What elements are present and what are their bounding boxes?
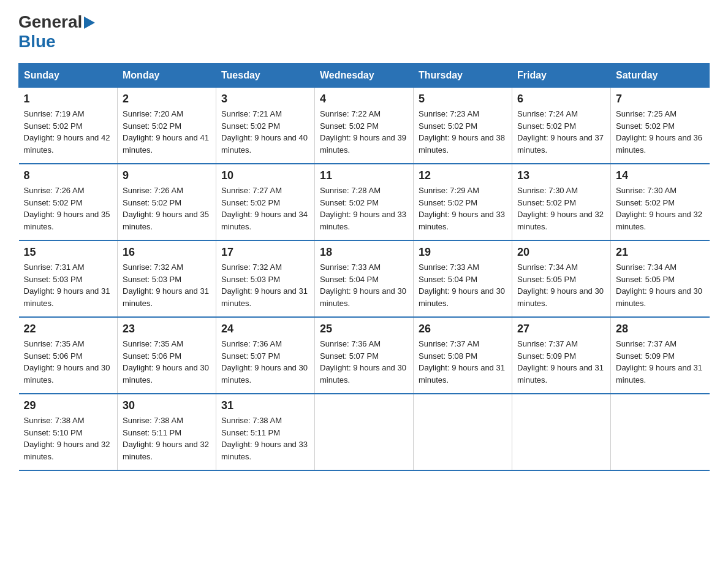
calendar-cell: 6Sunrise: 7:24 AMSunset: 5:02 PMDaylight…	[512, 88, 611, 164]
day-info: Sunrise: 7:36 AMSunset: 5:07 PMDaylight:…	[320, 338, 408, 386]
day-number: 2	[123, 93, 211, 105]
day-number: 24	[221, 323, 309, 335]
calendar-cell: 9Sunrise: 7:26 AMSunset: 5:02 PMDaylight…	[118, 164, 216, 240]
day-number: 21	[616, 246, 705, 259]
day-number: 10	[221, 169, 309, 182]
calendar-cell: 25Sunrise: 7:36 AMSunset: 5:07 PMDayligh…	[315, 317, 414, 394]
calendar-cell: 26Sunrise: 7:37 AMSunset: 5:08 PMDayligh…	[414, 317, 512, 394]
calendar-cell: 24Sunrise: 7:36 AMSunset: 5:07 PMDayligh…	[216, 317, 315, 394]
calendar-cell: 21Sunrise: 7:34 AMSunset: 5:05 PMDayligh…	[611, 240, 710, 317]
day-number: 19	[419, 246, 507, 259]
day-info: Sunrise: 7:19 AMSunset: 5:02 PMDaylight:…	[24, 108, 113, 156]
header-wednesday: Wednesday	[315, 64, 414, 88]
day-number: 17	[221, 246, 309, 259]
day-info: Sunrise: 7:22 AMSunset: 5:02 PMDaylight:…	[320, 108, 408, 156]
calendar-cell: 18Sunrise: 7:33 AMSunset: 5:04 PMDayligh…	[315, 240, 414, 317]
day-info: Sunrise: 7:30 AMSunset: 5:02 PMDaylight:…	[517, 185, 605, 232]
calendar-cell	[315, 394, 414, 470]
day-info: Sunrise: 7:23 AMSunset: 5:02 PMDaylight:…	[419, 108, 507, 156]
calendar-cell: 22Sunrise: 7:35 AMSunset: 5:06 PMDayligh…	[19, 317, 118, 394]
header-friday: Friday	[512, 64, 611, 88]
calendar-cell: 4Sunrise: 7:22 AMSunset: 5:02 PMDaylight…	[315, 88, 414, 164]
calendar-cell: 12Sunrise: 7:29 AMSunset: 5:02 PMDayligh…	[414, 164, 512, 240]
day-number: 5	[419, 93, 507, 105]
day-info: Sunrise: 7:26 AMSunset: 5:02 PMDaylight:…	[123, 185, 211, 232]
calendar-cell: 27Sunrise: 7:37 AMSunset: 5:09 PMDayligh…	[512, 317, 611, 394]
day-number: 27	[517, 323, 605, 335]
week-row-2: 8Sunrise: 7:26 AMSunset: 5:02 PMDaylight…	[19, 164, 710, 240]
calendar-header-row: SundayMondayTuesdayWednesdayThursdayFrid…	[19, 64, 710, 88]
calendar-cell: 29Sunrise: 7:38 AMSunset: 5:10 PMDayligh…	[19, 394, 118, 470]
day-info: Sunrise: 7:38 AMSunset: 5:11 PMDaylight:…	[221, 415, 309, 462]
day-number: 7	[616, 93, 705, 105]
day-number: 23	[123, 323, 211, 335]
day-info: Sunrise: 7:35 AMSunset: 5:06 PMDaylight:…	[24, 338, 113, 386]
header-sunday: Sunday	[19, 64, 118, 88]
day-number: 9	[123, 169, 211, 182]
calendar-cell	[611, 394, 710, 470]
header-monday: Monday	[118, 64, 216, 88]
calendar-cell: 3Sunrise: 7:21 AMSunset: 5:02 PMDaylight…	[216, 88, 315, 164]
day-info: Sunrise: 7:33 AMSunset: 5:04 PMDaylight:…	[419, 261, 507, 309]
day-info: Sunrise: 7:35 AMSunset: 5:06 PMDaylight:…	[123, 338, 211, 386]
calendar-table: SundayMondayTuesdayWednesdayThursdayFrid…	[18, 63, 710, 471]
calendar-cell: 31Sunrise: 7:38 AMSunset: 5:11 PMDayligh…	[216, 394, 315, 470]
day-info: Sunrise: 7:20 AMSunset: 5:02 PMDaylight:…	[123, 108, 211, 156]
day-number: 6	[517, 93, 605, 105]
calendar-cell: 13Sunrise: 7:30 AMSunset: 5:02 PMDayligh…	[512, 164, 611, 240]
calendar-cell	[512, 394, 611, 470]
day-info: Sunrise: 7:21 AMSunset: 5:02 PMDaylight:…	[221, 108, 309, 156]
day-number: 31	[221, 399, 309, 412]
calendar-cell: 11Sunrise: 7:28 AMSunset: 5:02 PMDayligh…	[315, 164, 414, 240]
day-info: Sunrise: 7:28 AMSunset: 5:02 PMDaylight:…	[320, 185, 408, 232]
day-number: 12	[419, 169, 507, 182]
day-info: Sunrise: 7:25 AMSunset: 5:02 PMDaylight:…	[616, 108, 705, 156]
day-info: Sunrise: 7:34 AMSunset: 5:05 PMDaylight:…	[517, 261, 605, 309]
day-info: Sunrise: 7:26 AMSunset: 5:02 PMDaylight:…	[24, 185, 113, 232]
day-info: Sunrise: 7:38 AMSunset: 5:11 PMDaylight:…	[123, 415, 211, 462]
calendar-cell: 1Sunrise: 7:19 AMSunset: 5:02 PMDaylight…	[19, 88, 118, 164]
day-number: 30	[123, 399, 211, 412]
day-number: 16	[123, 246, 211, 259]
header-saturday: Saturday	[611, 64, 710, 88]
logo-general-text: General	[18, 13, 82, 32]
day-info: Sunrise: 7:32 AMSunset: 5:03 PMDaylight:…	[221, 261, 309, 309]
day-number: 15	[24, 246, 113, 259]
day-info: Sunrise: 7:27 AMSunset: 5:02 PMDaylight:…	[221, 185, 309, 232]
week-row-5: 29Sunrise: 7:38 AMSunset: 5:10 PMDayligh…	[19, 394, 710, 470]
calendar-cell: 28Sunrise: 7:37 AMSunset: 5:09 PMDayligh…	[611, 317, 710, 394]
day-info: Sunrise: 7:31 AMSunset: 5:03 PMDaylight:…	[24, 261, 113, 309]
day-number: 26	[419, 323, 507, 335]
page-header: General Blue	[18, 12, 710, 51]
day-info: Sunrise: 7:37 AMSunset: 5:08 PMDaylight:…	[419, 338, 507, 386]
header-thursday: Thursday	[414, 64, 512, 88]
day-info: Sunrise: 7:33 AMSunset: 5:04 PMDaylight:…	[320, 261, 408, 309]
day-number: 20	[517, 246, 605, 259]
day-info: Sunrise: 7:37 AMSunset: 5:09 PMDaylight:…	[616, 338, 705, 386]
svg-marker-0	[84, 17, 95, 29]
calendar-cell: 10Sunrise: 7:27 AMSunset: 5:02 PMDayligh…	[216, 164, 315, 240]
logo-blue-text: Blue	[18, 32, 56, 51]
calendar-cell: 30Sunrise: 7:38 AMSunset: 5:11 PMDayligh…	[118, 394, 216, 470]
calendar-cell: 23Sunrise: 7:35 AMSunset: 5:06 PMDayligh…	[118, 317, 216, 394]
day-number: 18	[320, 246, 408, 259]
calendar-cell: 7Sunrise: 7:25 AMSunset: 5:02 PMDaylight…	[611, 88, 710, 164]
logo: General Blue	[18, 12, 95, 51]
day-number: 14	[616, 169, 705, 182]
header-tuesday: Tuesday	[216, 64, 315, 88]
day-number: 13	[517, 169, 605, 182]
day-info: Sunrise: 7:29 AMSunset: 5:02 PMDaylight:…	[419, 185, 507, 232]
day-info: Sunrise: 7:24 AMSunset: 5:02 PMDaylight:…	[517, 108, 605, 156]
day-info: Sunrise: 7:34 AMSunset: 5:05 PMDaylight:…	[616, 261, 705, 309]
calendar-cell: 2Sunrise: 7:20 AMSunset: 5:02 PMDaylight…	[118, 88, 216, 164]
calendar-cell: 17Sunrise: 7:32 AMSunset: 5:03 PMDayligh…	[216, 240, 315, 317]
day-info: Sunrise: 7:37 AMSunset: 5:09 PMDaylight:…	[517, 338, 605, 386]
day-info: Sunrise: 7:30 AMSunset: 5:02 PMDaylight:…	[616, 185, 705, 232]
day-info: Sunrise: 7:36 AMSunset: 5:07 PMDaylight:…	[221, 338, 309, 386]
day-number: 1	[24, 93, 113, 105]
day-number: 3	[221, 93, 309, 105]
calendar-cell: 20Sunrise: 7:34 AMSunset: 5:05 PMDayligh…	[512, 240, 611, 317]
day-number: 4	[320, 93, 408, 105]
day-number: 11	[320, 169, 408, 182]
day-number: 22	[24, 323, 113, 335]
